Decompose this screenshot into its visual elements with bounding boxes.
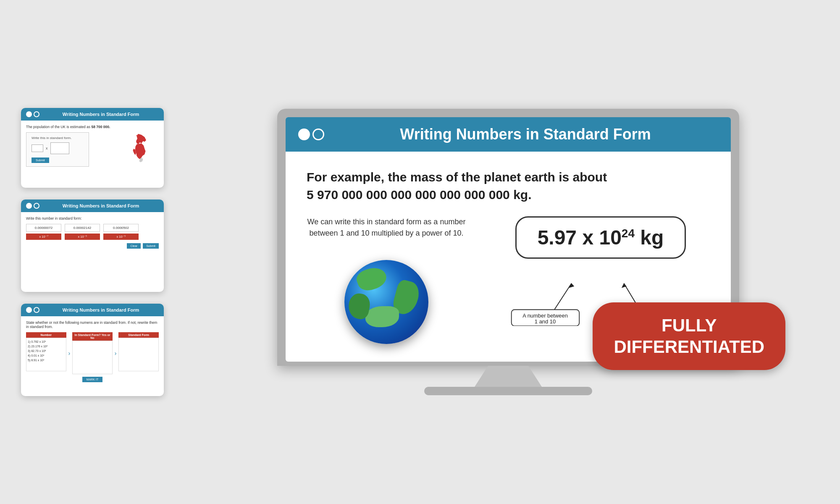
slide2-power-btn-3[interactable]: x 10⁻⁵ (103, 234, 139, 240)
slide3-body: State whether or not the following numen… (21, 316, 164, 396)
slide1-submit-btn[interactable]: Submit (32, 158, 49, 163)
slide2-number-3: 0.0000502 (103, 224, 139, 232)
slide3-row-3: 3) 82.73 x 10² (28, 349, 65, 353)
icon-filled-1 (26, 111, 32, 117)
uk-map (121, 132, 159, 170)
formula-box: 5.97 x 1024 kg (515, 216, 686, 259)
slide3-table: Number 1) 0.782 x 10¹ 2) 23.176 x 10² 3)… (26, 332, 159, 374)
icon-outline-1 (34, 111, 39, 117)
slide2-title: Writing Numbers in Standard Form (43, 203, 159, 208)
slide3-row-5: 5) 8.91 x 10¹ (28, 358, 65, 362)
slide3-header-icons (26, 307, 39, 313)
slide2-number-2: 0.00002142 (65, 224, 100, 232)
slide3-row-2: 2) 23.176 x 10² (28, 344, 65, 349)
slide-card-1: Writing Numbers in Standard Form The pop… (21, 108, 164, 188)
slide2-header-icons (26, 203, 39, 209)
main-description: For example, the mass of the planet eart… (307, 168, 710, 204)
slide3-col1-header: Number (26, 332, 66, 338)
monitor-icon-outline (312, 129, 324, 140)
slide3-col2-body[interactable] (72, 341, 113, 374)
slide2-footer: Clear Submit (26, 243, 159, 249)
slide1-form-label: Write this in standard form. (32, 136, 84, 140)
slide2-power-btn-2[interactable]: x 10⁻⁵ (65, 234, 100, 240)
slide1-header: Writing Numbers in Standard Form (21, 108, 164, 121)
sub-description: We can write this in standard form as a … (307, 216, 466, 239)
slide1-input-row: x (32, 142, 84, 154)
slide3-col3: Standard Form (118, 332, 159, 374)
monitor-base (424, 387, 592, 395)
left-slides: Writing Numbers in Standard Form The pop… (21, 108, 172, 396)
slide2-number-1: 0.00000072 (26, 224, 61, 232)
slide-card-3: Writing Numbers in Standard Form State w… (21, 304, 164, 396)
slide3-col2-header: In Standard Form? Yes or No (72, 332, 113, 341)
slide2-power-btn-1[interactable]: x 10⁻⁷ (26, 234, 61, 240)
svg-text:A number between: A number between (522, 312, 568, 319)
svg-text:1 and 10: 1 and 10 (535, 318, 556, 325)
slide1-title: Writing Numbers in Standard Form (43, 112, 159, 117)
slide3-col2: In Standard Form? Yes or No (72, 332, 113, 374)
slide3-col1: Number 1) 0.782 x 10¹ 2) 23.176 x 10² 3)… (26, 332, 66, 374)
earth-continent-3 (365, 306, 399, 327)
slide1-form: Write this in standard form. x Submit (26, 132, 89, 167)
slide3-text: State whether or not the following numen… (26, 320, 159, 329)
slide2-col-3: 0.0000502 x 10⁻⁵ (103, 224, 139, 240)
slide2-header: Writing Numbers in Standard Form (21, 200, 164, 212)
main-container: Writing Numbers in Standard Form The pop… (21, 21, 819, 483)
slide1-input-large[interactable] (50, 142, 69, 154)
slide3-arrow-1[interactable]: › (68, 332, 71, 374)
slide3-col3-body[interactable] (118, 338, 159, 371)
slide2-submit-btn[interactable]: Submit (143, 243, 159, 249)
slide3-row-1: 1) 0.782 x 10¹ (28, 339, 65, 344)
slide2-clear-btn[interactable]: Clear (127, 243, 141, 249)
slide3-arrow-2[interactable]: › (114, 332, 118, 374)
slide3-header: Writing Numbers in Standard Form (21, 304, 164, 316)
monitor-icon-filled (298, 129, 310, 140)
slide3-row-4: 4) 0.01 x 10¹ (28, 353, 65, 358)
slide3-col3-header: Standard Form (118, 332, 159, 338)
slide1-multiply: x (46, 146, 48, 150)
slide2-numbers-grid: 0.00000072 x 10⁻⁷ 0.00002142 x 10⁻⁵ 0.00… (26, 224, 159, 240)
slide2-body: Write this number in standard form: 0.00… (21, 212, 164, 292)
earth-and-text: We can write this in standard form as a … (307, 216, 466, 344)
monitor-area: Writing Numbers in Standard Form For exa… (197, 109, 819, 395)
slide1-input-small[interactable] (32, 144, 43, 152)
icon-outline-2 (34, 203, 39, 209)
slide2-text: Write this number in standard form: (26, 216, 159, 220)
slide-card-2: Writing Numbers in Standard Form Write t… (21, 200, 164, 292)
slide1-content: Write this in standard form. x Submit (26, 132, 159, 170)
slide3-title: Writing Numbers in Standard Form (43, 307, 159, 312)
earth-globe (344, 260, 428, 344)
icon-outline-3 (34, 307, 39, 313)
icon-filled-3 (26, 307, 32, 313)
slide2-col-2: 0.00002142 x 10⁻⁵ (65, 224, 100, 240)
uk-map-svg (121, 132, 159, 170)
slide1-body: The population of the UK is estimated as… (21, 121, 164, 188)
slide3-col1-body: 1) 0.782 x 10¹ 2) 23.176 x 10² 3) 82.73 … (26, 338, 66, 371)
monitor-header: Writing Numbers in Standard Form (286, 117, 731, 152)
fully-differentiated-badge: FULLY DIFFERENTIATED (593, 302, 785, 370)
monitor-stand (475, 366, 542, 387)
monitor-header-icons (298, 129, 324, 140)
slide1-header-icons (26, 111, 39, 117)
slide3-mark-btn[interactable]: MARK IT (82, 377, 102, 382)
icon-filled-2 (26, 203, 32, 209)
slide1-text: The population of the UK is estimated as… (26, 125, 159, 129)
monitor-title: Writing Numbers in Standard Form (333, 126, 718, 143)
slide2-col-1: 0.00000072 x 10⁻⁷ (26, 224, 61, 240)
